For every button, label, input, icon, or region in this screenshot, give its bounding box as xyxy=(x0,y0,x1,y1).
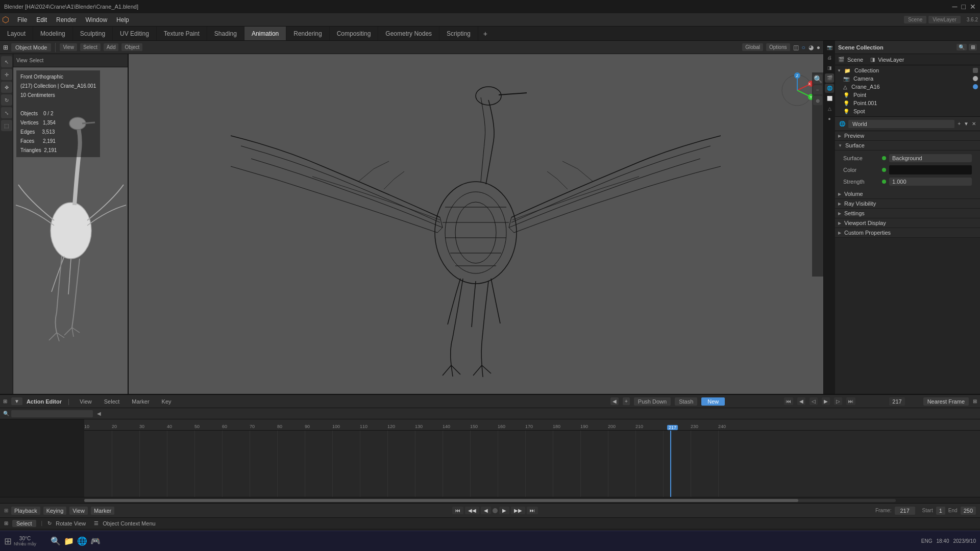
context-menu-icon[interactable]: ☰ xyxy=(94,520,99,526)
taskbar-files-icon[interactable]: 📁 xyxy=(64,536,74,546)
minimize-btn[interactable]: ─ xyxy=(952,3,958,11)
surface-type-value[interactable]: Background xyxy=(889,154,972,162)
ae-marker-btn[interactable]: Marker xyxy=(128,397,153,406)
ae-new-btn[interactable]: New xyxy=(701,397,725,406)
tab-modeling[interactable]: Modeling xyxy=(33,27,73,40)
view-layer-selector[interactable]: ViewLayer xyxy=(928,16,961,23)
ae-control-2[interactable]: + xyxy=(623,397,630,405)
collection-root[interactable]: 📁 Collection xyxy=(835,66,980,74)
view-mode-icon[interactable]: ⊞ xyxy=(3,44,8,51)
tab-layout[interactable]: Layout xyxy=(0,27,33,40)
wireframe-icon[interactable]: ◫ xyxy=(793,44,799,51)
step-fwd-btn[interactable]: ▶▶ xyxy=(511,507,525,514)
ae-key-btn[interactable]: Key xyxy=(158,397,176,406)
render-preview-icon[interactable]: ● xyxy=(817,44,820,51)
object-mode-selector[interactable]: Object Mode xyxy=(11,43,51,52)
play-icon[interactable]: ⊞ xyxy=(4,508,8,513)
tab-scripting[interactable]: Scripting xyxy=(439,27,478,40)
material-props-icon[interactable]: ● xyxy=(825,114,834,123)
custom-properties-section-header[interactable]: Custom Properties xyxy=(835,228,980,238)
crane-mesh-item[interactable]: △ Crane_A16 xyxy=(835,83,980,91)
world-browse-btn[interactable]: ▼ xyxy=(964,121,969,127)
move-btn[interactable]: ✥ xyxy=(1,82,12,93)
ae-extra-btn[interactable]: ⊞ xyxy=(973,398,977,404)
solid-view-icon[interactable]: ○ xyxy=(802,44,805,51)
render-props-icon[interactable]: 📷 xyxy=(825,43,834,52)
end-frame-input[interactable]: 250 xyxy=(961,507,976,515)
ae-step-fwd-btn[interactable]: ▷ xyxy=(834,397,842,405)
options-btn[interactable]: Options xyxy=(766,43,790,51)
mesh-props-icon[interactable]: △ xyxy=(825,104,834,113)
collection-filter-btn[interactable]: ⊞ xyxy=(969,44,977,51)
tab-sculpting[interactable]: Sculpting xyxy=(73,27,113,40)
world-unlink-btn[interactable]: ✕ xyxy=(972,121,976,127)
main-viewport[interactable]: X Y Z 🔍 − ⊕ xyxy=(129,54,823,394)
point-light-item[interactable]: 💡 Point xyxy=(835,91,980,99)
start-frame-input[interactable]: 1 xyxy=(936,507,945,515)
menu-window[interactable]: Window xyxy=(81,15,111,24)
rotate-btn[interactable]: ↻ xyxy=(1,94,12,106)
strength-value[interactable]: 1.000 xyxy=(889,178,972,186)
ae-jump-start-btn[interactable]: ⏮ xyxy=(784,397,793,405)
ae-step-back-btn[interactable]: ◀ xyxy=(797,397,805,405)
scene-selector[interactable]: Scene xyxy=(904,16,926,23)
scene-name-btn[interactable]: Scene xyxy=(847,57,863,63)
viewlayer-name-btn[interactable]: ViewLayer xyxy=(878,57,904,63)
ae-pushdown-btn[interactable]: Push Down xyxy=(634,397,671,406)
world-props-icon[interactable]: 🌐 xyxy=(825,84,834,93)
point001-light-item[interactable]: 💡 Point.001 xyxy=(835,99,980,107)
play-back-btn[interactable]: ◀ xyxy=(481,507,491,514)
viewport-display-section-header[interactable]: Viewport Display xyxy=(835,218,980,228)
taskbar-chrome-icon[interactable]: 🌐 xyxy=(77,536,87,546)
maximize-btn[interactable]: □ xyxy=(962,3,966,11)
ae-stash-btn[interactable]: Stash xyxy=(675,397,697,406)
object-props-icon[interactable]: ⬜ xyxy=(825,94,834,103)
tab-rendering[interactable]: Rendering xyxy=(286,27,329,40)
select-tool-btn[interactable]: ↖ xyxy=(1,56,12,67)
scrollbar-track[interactable] xyxy=(84,499,896,502)
taskbar-blender-icon[interactable]: 🎮 xyxy=(90,536,101,546)
zoom-in-btn[interactable]: 🔍 xyxy=(813,74,822,84)
tab-uv-editing[interactable]: UV Editing xyxy=(113,27,157,40)
scale-btn[interactable]: ⤡ xyxy=(1,107,12,118)
small-view-menu[interactable]: View xyxy=(16,58,28,63)
camera-item[interactable]: 📷 Camera xyxy=(835,74,980,83)
step-back-btn[interactable]: ◀◀ xyxy=(465,507,479,514)
jump-end-btn[interactable]: ⏭ xyxy=(527,507,538,514)
viewport-add-btn[interactable]: Add xyxy=(104,43,119,51)
collection-visibility-icon[interactable] xyxy=(973,68,978,73)
tab-animation[interactable]: Animation xyxy=(244,27,286,40)
ae-scroll-left[interactable]: ◀ xyxy=(97,411,101,416)
menu-render[interactable]: Render xyxy=(52,15,80,24)
view-btn[interactable]: View xyxy=(69,507,88,515)
keying-btn[interactable]: Keying xyxy=(43,507,67,515)
ae-jump-end-btn[interactable]: ⏭ xyxy=(846,397,855,405)
tab-compositing[interactable]: Compositing xyxy=(330,27,379,40)
ae-type-selector[interactable]: ▼ xyxy=(11,397,22,405)
current-frame-input[interactable]: 217 xyxy=(895,507,915,515)
jump-start-btn[interactable]: ⏮ xyxy=(452,507,463,514)
context-icon[interactable]: ⊞ xyxy=(4,520,8,526)
timeline-content[interactable]: 217 xyxy=(84,431,980,497)
ae-search-input[interactable] xyxy=(11,410,93,417)
spot-light-item[interactable]: 💡 Spot xyxy=(835,107,980,115)
playback-btn[interactable]: Playback xyxy=(11,507,40,515)
surface-section-header[interactable]: Surface xyxy=(835,141,980,151)
ae-view-btn[interactable]: View xyxy=(76,397,96,406)
global-orientation-btn[interactable]: Global xyxy=(742,43,763,51)
settings-section-header[interactable]: Settings xyxy=(835,209,980,218)
collection-search-btn[interactable]: 🔍 xyxy=(957,44,967,51)
preview-section-header[interactable]: Preview xyxy=(835,131,980,141)
zoom-out-btn[interactable]: − xyxy=(813,85,822,94)
rotate-view-icon[interactable]: ↻ xyxy=(47,520,52,526)
world-add-btn[interactable]: + xyxy=(958,121,961,127)
material-preview-icon[interactable]: ◕ xyxy=(808,44,814,51)
viewport-view-btn[interactable]: View xyxy=(60,43,77,51)
ray-visibility-section-header[interactable]: Ray Visibility xyxy=(835,199,980,209)
view-layer-props-icon[interactable]: ◨ xyxy=(825,63,834,72)
cursor-btn[interactable]: ✛ xyxy=(1,69,12,80)
transform-btn[interactable]: ⬚ xyxy=(1,120,12,131)
taskbar-search-icon[interactable]: 🔍 xyxy=(51,536,61,546)
weather-widget[interactable]: 30°C Nhiều mây xyxy=(14,536,36,546)
ae-nearest-frame-btn[interactable]: Nearest Frame xyxy=(923,397,969,406)
